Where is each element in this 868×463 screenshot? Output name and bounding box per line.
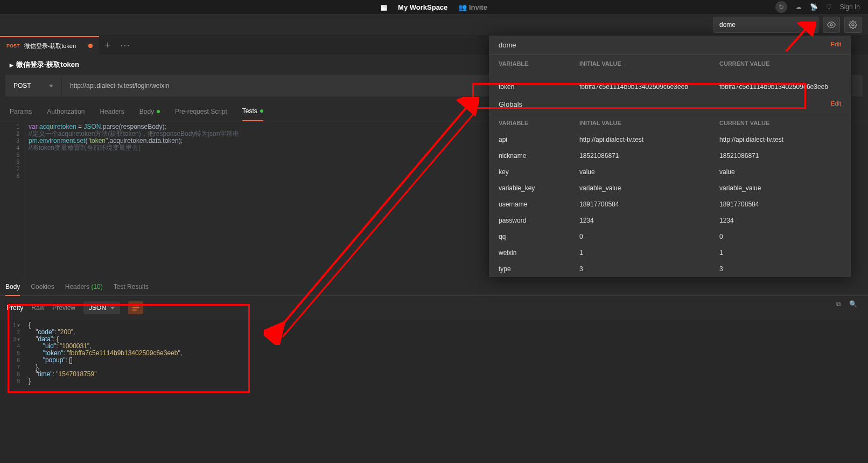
tab-prerequest[interactable]: Pre-request Script [175, 107, 227, 121]
svg-point-1 [852, 24, 854, 26]
response-tabs: Body Cookies Headers (10) Test Results [0, 278, 868, 296]
resp-tab-body[interactable]: Body [5, 283, 20, 296]
tab-params[interactable]: Params [10, 107, 32, 121]
heart-icon[interactable]: ♡ [826, 3, 832, 11]
mode-preview[interactable]: Preview [52, 302, 75, 314]
resp-code: { "code": "200", "data": { "uid": "10000… [24, 320, 868, 463]
copy-icon[interactable]: ⧉ [836, 300, 841, 308]
resp-tab-results[interactable]: Test Results [114, 283, 149, 295]
response-body-editor[interactable]: 1 ▾23 ▾456789 { "code": "200", "data": {… [0, 320, 868, 463]
request-name: 微信登录-获取token [16, 60, 79, 70]
tab-menu-button[interactable]: ⋯ [116, 36, 134, 54]
sync-icon[interactable]: ↻ [775, 1, 787, 13]
globals-row: nickname1852108687118521086871 [489, 148, 851, 164]
globals-row: variable_keyvariable_valuevariable_value [489, 180, 851, 196]
workspace-icon: ▦ [381, 3, 387, 11]
globals-row: qq00 [489, 229, 851, 245]
invite-button[interactable]: 👥 Invite [458, 3, 487, 11]
mode-pretty[interactable]: Pretty [6, 302, 23, 314]
edit-env-link[interactable]: Edit [831, 41, 841, 47]
environment-bar: dome [0, 14, 868, 36]
tab-authorization[interactable]: Authorization [47, 107, 85, 121]
mode-raw[interactable]: Raw [31, 302, 44, 314]
tab-tests[interactable]: Tests [242, 107, 263, 121]
workspace-name[interactable]: My WorkSpace [398, 3, 447, 11]
globals-header: Globals Edit [489, 95, 851, 114]
edit-globals-link[interactable]: Edit [831, 100, 841, 107]
tab-body[interactable]: Body [139, 107, 160, 121]
svg-point-0 [830, 24, 832, 26]
env-row-user: user [489, 72, 851, 79]
col-current: CURRENT VALUE [719, 60, 841, 67]
globals-row: password12341234 [489, 212, 851, 229]
col-variable: VARIABLE [499, 60, 579, 67]
globals-row: weixin11 [489, 245, 851, 261]
env-name-header: dome Edit [489, 36, 851, 55]
env-gear-button[interactable] [844, 17, 862, 33]
tab-headers[interactable]: Headers [100, 107, 124, 121]
search-icon[interactable]: 🔍 [849, 300, 857, 308]
unsaved-dot-icon [88, 44, 93, 48]
wrap-button[interactable] [128, 301, 143, 314]
env-eye-button[interactable] [823, 17, 840, 33]
request-tab[interactable]: POST 微信登录-获取token [0, 36, 99, 54]
line-gutter: 12345678 [0, 121, 24, 278]
top-menubar: ▦ My WorkSpace 👥 Invite ↻ ☁ 📡 ♡ Sign In [0, 0, 868, 14]
response-toolbar: Pretty Raw Preview JSON [0, 296, 868, 320]
globals-row: apihttp://api.dialect-tv.testhttp://api.… [489, 132, 851, 148]
col-initial: INITIAL VALUE [579, 60, 719, 67]
notif-icon[interactable]: ☁ [795, 3, 802, 11]
http-method-select[interactable]: POST [5, 75, 62, 96]
environment-panel: dome Edit VARIABLE INITIAL VALUE CURRENT… [489, 36, 851, 277]
environment-select[interactable]: dome [713, 17, 818, 33]
globals-row: username1891770858418917708584 [489, 196, 851, 212]
satellite-icon[interactable]: 📡 [810, 3, 818, 11]
resp-gutter: 1 ▾23 ▾456789 [0, 320, 24, 463]
format-select[interactable]: JSON [83, 301, 120, 314]
env-row-token: token fbbffa7c5e1114b9b13402509c6e3eeb f… [489, 79, 851, 95]
resp-tab-headers[interactable]: Headers (10) [65, 283, 103, 295]
resp-tab-cookies[interactable]: Cookies [31, 283, 54, 295]
globals-row: keyvaluevalue [489, 164, 851, 180]
new-tab-button[interactable]: + [99, 36, 116, 54]
signin-link[interactable]: Sign In [840, 3, 860, 11]
globals-row: type33 [489, 261, 851, 277]
